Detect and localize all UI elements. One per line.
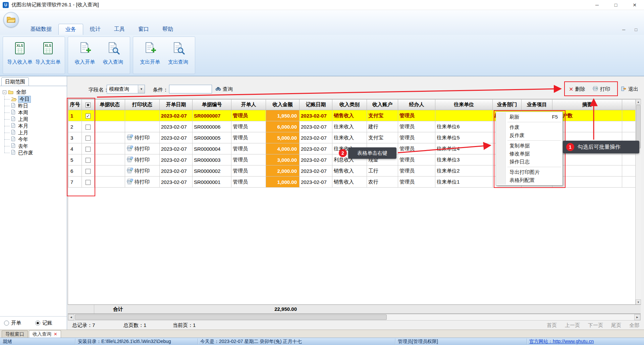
mode-radio-unchecked[interactable]: 开单 — [4, 320, 21, 326]
condition-input[interactable] — [169, 85, 212, 93]
cell-opener[interactable]: 管理员 — [231, 121, 266, 132]
cell-opener[interactable]: 管理员 — [231, 177, 266, 188]
context-menu-item[interactable]: 复制单据 — [497, 142, 562, 150]
cell-doc-no[interactable]: SR0000003 — [193, 154, 231, 165]
delete-button[interactable]: ✕ 删除 — [569, 84, 585, 94]
tree-item[interactable]: 已作废 — [4, 149, 66, 156]
cell-open-date[interactable]: 2023-02-07 — [160, 177, 193, 188]
cell-opener[interactable]: 管理员 — [231, 110, 266, 121]
collapse-icon[interactable]: - — [3, 90, 6, 94]
cell-counterparty[interactable]: 往来单位3 — [435, 154, 493, 165]
cell-doc-no[interactable]: SR0000007 — [193, 110, 231, 121]
ribbon-button[interactable]: 收入查询 — [99, 37, 127, 74]
cell-amount[interactable]: 1,950.00 — [266, 110, 300, 121]
tree-root-item[interactable]: - 全部 — [2, 88, 66, 96]
cell-amount[interactable]: 5,000.00 — [266, 132, 300, 143]
cell-open-date[interactable]: 2023-02-07 — [160, 143, 193, 154]
cell-counterparty[interactable]: 往来单位6 — [435, 121, 493, 132]
vertical-scrollbar[interactable]: ▲ ▼ — [635, 99, 641, 305]
tree-item[interactable]: 上月 — [4, 129, 66, 136]
cell-category[interactable]: 销售收入 — [332, 165, 367, 177]
cell-print-status[interactable]: ?待打印 — [125, 177, 160, 188]
scroll-left-icon[interactable]: ◄ — [68, 314, 74, 320]
tree-item[interactable]: 去年 — [4, 143, 66, 149]
cell-row-number[interactable]: 6 — [68, 165, 82, 177]
mdi-restore-icon[interactable]: □ — [635, 27, 637, 32]
tree-item[interactable]: 上周 — [4, 116, 66, 123]
pager-link[interactable]: 尾页 — [611, 322, 621, 329]
column-header[interactable]: 开单人 — [231, 99, 266, 110]
cell-book-date[interactable]: 2023-02-07 — [300, 110, 332, 121]
cell-open-date[interactable]: 2023-02-07 — [160, 132, 193, 143]
cell-handler[interactable]: 管理员 — [398, 121, 435, 132]
cell-checkbox[interactable] — [82, 121, 95, 132]
cell-book-date[interactable]: 2023-02-07 — [300, 143, 332, 154]
cell-opener[interactable]: 管理员 — [231, 132, 266, 143]
cell-open-date[interactable]: 2023-02-07 — [160, 165, 193, 177]
column-header[interactable]: 收入金额 — [266, 99, 300, 110]
cell-handler[interactable]: 管理员 — [398, 143, 435, 154]
ribbon-button[interactable]: XLS导入支出单 — [34, 37, 62, 74]
menu-tab[interactable]: 帮助 — [156, 24, 180, 35]
minimize-icon[interactable]: ─ — [588, 0, 606, 10]
column-header[interactable]: 打印状态 — [125, 99, 160, 110]
column-header[interactable]: 单据状态 — [95, 99, 125, 110]
mode-radio-checked[interactable]: 记账 — [35, 320, 52, 326]
ribbon-button[interactable]: 收入开单 — [71, 37, 99, 74]
cell-book-date[interactable]: 2023-02-07 — [300, 165, 332, 177]
cell-amount[interactable]: 6,000.00 — [266, 121, 300, 132]
context-menu-item[interactable]: 修改单据 — [497, 150, 562, 158]
cell-counterparty[interactable]: 往来单位2 — [435, 165, 493, 177]
menu-tab[interactable]: 窗口 — [131, 24, 156, 35]
row-checkbox[interactable] — [86, 147, 91, 152]
cell-handler[interactable]: 管理员 — [398, 132, 435, 143]
column-header[interactable]: 收入类别 — [332, 99, 367, 110]
print-button[interactable]: 打印 — [592, 84, 610, 94]
column-header[interactable]: 收入账户 — [367, 99, 398, 110]
pager-link[interactable]: 首页 — [547, 322, 557, 329]
cell-handler[interactable]: 管理员 — [398, 154, 435, 165]
status-website-link[interactable]: 官方网站：http://www.ghutu.cn — [529, 338, 594, 345]
cell-open-date[interactable]: 2023-02-07 — [160, 121, 193, 132]
cell-opener[interactable]: 管理员 — [231, 143, 266, 154]
cell-amount[interactable]: 2,000.00 — [266, 165, 300, 177]
cell-handler[interactable]: 管理员 — [398, 177, 435, 188]
cell-doc-no[interactable]: SR0000005 — [193, 132, 231, 143]
cell-category[interactable]: 往来收入 — [332, 121, 367, 132]
mdi-minimize-icon[interactable]: ─ — [622, 27, 625, 32]
chevron-down-icon[interactable]: ▼ — [138, 85, 145, 93]
column-header[interactable]: 序号 — [68, 99, 82, 110]
cell-print-status[interactable]: ?待打印 — [125, 165, 160, 177]
horizontal-scrollbar[interactable]: ◄ ► — [68, 314, 641, 321]
cell-counterparty[interactable]: 往来单位4 — [435, 143, 493, 154]
menu-tab[interactable]: 业务 — [58, 24, 83, 35]
cell-handler[interactable]: 管理员 — [398, 110, 435, 121]
scroll-up-icon[interactable]: ▲ — [636, 99, 641, 105]
tree-item[interactable]: 今年 — [4, 136, 66, 143]
cell-category[interactable]: 销售收入 — [332, 177, 367, 188]
radio-icon[interactable] — [4, 321, 9, 326]
column-header[interactable]: 往来单位 — [435, 99, 493, 110]
context-menu-item[interactable]: 反作废 — [497, 131, 562, 139]
row-checkbox[interactable] — [86, 180, 91, 185]
cell-print-status[interactable]: ?待打印 — [125, 154, 160, 165]
radio-icon[interactable] — [35, 321, 40, 326]
column-header[interactable]: 开单日期 — [160, 99, 193, 110]
pager-link[interactable]: 上一页 — [565, 322, 580, 329]
cell-open-date[interactable]: 2023-02-07 — [160, 154, 193, 165]
cell-book-date[interactable]: 2023-02-07 — [300, 132, 332, 143]
cell-doc-status[interactable] — [95, 143, 125, 154]
cell-opener[interactable]: 管理员 — [231, 154, 266, 165]
cell-opener[interactable]: 管理员 — [231, 165, 266, 177]
cell-book-date[interactable]: 2023-02-07 — [300, 121, 332, 132]
cell-doc-status[interactable] — [95, 165, 125, 177]
cell-counterparty[interactable] — [435, 110, 493, 121]
horizontal-scroll-thumb[interactable] — [75, 315, 387, 320]
cell-print-status[interactable] — [125, 121, 160, 132]
row-checkbox[interactable] — [86, 158, 91, 163]
row-checkbox[interactable] — [86, 169, 91, 174]
row-checkbox[interactable] — [86, 125, 91, 130]
cell-doc-status[interactable] — [95, 132, 125, 143]
tree-item[interactable]: 今日 — [4, 96, 66, 102]
cell-account[interactable]: 支付宝 — [367, 132, 398, 143]
